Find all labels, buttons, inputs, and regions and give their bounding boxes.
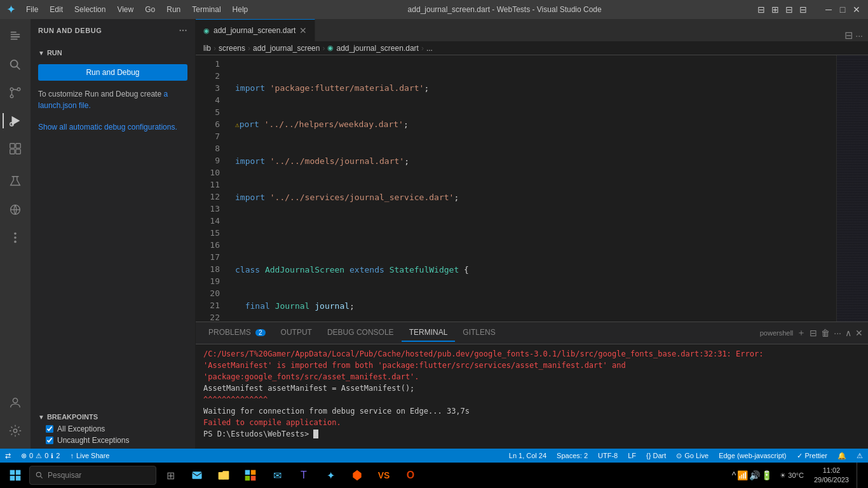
- launch-json-link[interactable]: a launch.json file.: [38, 90, 168, 110]
- menu-terminal[interactable]: Terminal: [187, 4, 226, 15]
- activity-test[interactable]: [3, 169, 28, 194]
- terminal-content[interactable]: /C:/Users/T%20Gamer/AppData/Local/Pub/Ca…: [196, 344, 868, 449]
- activity-run-debug[interactable]: [3, 108, 28, 133]
- tab-add-journal-screen[interactable]: ◉ add_journal_screen.dart ✕: [196, 19, 315, 41]
- status-encoding[interactable]: UTF-8: [593, 449, 623, 463]
- panel-close-icon[interactable]: ✕: [855, 328, 863, 338]
- taskbar-start-button[interactable]: [3, 463, 28, 488]
- run-section-header[interactable]: ▼ RUN: [31, 46, 195, 59]
- layout-icon3[interactable]: ⊟: [784, 4, 794, 15]
- taskbar-app-brave[interactable]: [344, 463, 370, 488]
- taskbar-clock[interactable]: 11:02 29/06/2023: [809, 466, 854, 485]
- status-eol[interactable]: LF: [623, 449, 641, 463]
- breadcrumb-lib[interactable]: lib: [203, 44, 211, 53]
- status-position[interactable]: Ln 1, Col 24: [504, 449, 552, 463]
- tab-split-icon[interactable]: ⊟: [844, 29, 853, 41]
- run-debug-button[interactable]: Run and Debug: [38, 64, 187, 81]
- taskbar-search-bar[interactable]: Pesquisar: [29, 466, 156, 485]
- taskbar-app-teams[interactable]: T: [291, 463, 316, 488]
- breakpoints-header[interactable]: ▼ BREAKPOINTS: [31, 410, 195, 423]
- window-title: add_journal_screen.dart - WebTests - Vis…: [253, 5, 756, 14]
- bp-uncaught-exceptions-checkbox[interactable]: [46, 437, 53, 444]
- panel-tab-gitlens[interactable]: GITLENS: [455, 324, 503, 342]
- taskbar-app-mail2[interactable]: ✉: [264, 463, 290, 488]
- show-debug-configs-link[interactable]: Show all automatic debug configurations.: [38, 123, 177, 132]
- code-content[interactable]: import 'package:flutter/material.dart'; …: [227, 55, 836, 322]
- code-line-1: import 'package:flutter/material.dart';: [227, 82, 836, 94]
- close-button[interactable]: ✕: [851, 4, 862, 15]
- code-editor[interactable]: 12345 678910 1112131415 1617181920 21222…: [196, 55, 868, 322]
- browser-label: Edge (web-javascript): [719, 452, 786, 459]
- panel-more-icon[interactable]: ···: [834, 328, 841, 338]
- menu-run[interactable]: Run: [161, 4, 186, 15]
- menu-file[interactable]: File: [21, 4, 43, 15]
- code-line-4: import '../../services/journal_service.d…: [227, 191, 836, 203]
- status-live-share[interactable]: ↑ Live Share: [65, 449, 114, 463]
- activity-settings[interactable]: [3, 418, 28, 444]
- status-language[interactable]: {} Dart: [641, 449, 671, 463]
- svg-rect-25: [16, 476, 21, 481]
- status-browser[interactable]: Edge (web-javascript): [714, 449, 791, 463]
- activity-extra[interactable]: [3, 225, 28, 250]
- breadcrumb-screens[interactable]: screens: [219, 44, 245, 53]
- menu-edit[interactable]: Edit: [44, 4, 68, 15]
- menu-selection[interactable]: Selection: [69, 4, 111, 15]
- taskbar-app-vs[interactable]: VS: [371, 463, 397, 488]
- taskbar-notification-area[interactable]: ^ 📶 🔊 🔋: [729, 463, 775, 488]
- panel-tab-problems-label: PROBLEMS: [208, 328, 251, 337]
- breadcrumb-file[interactable]: add_journal_screen.dart: [336, 44, 418, 53]
- taskbar-app-mail[interactable]: [184, 463, 210, 488]
- taskbar-weather[interactable]: ☀ 30°C: [777, 463, 806, 488]
- status-warning[interactable]: ⚠: [851, 449, 868, 463]
- breadcrumb-add-journal-screen[interactable]: add_journal_screen: [253, 44, 320, 53]
- status-prettier[interactable]: ✓ Prettier: [792, 449, 832, 463]
- terminal-split-icon[interactable]: ⊟: [810, 328, 817, 338]
- term-line-5: ^^^^^^^^^^^^^^: [203, 394, 860, 405]
- layout-icon[interactable]: ⊟: [756, 4, 766, 15]
- statusbar-left: ⇄ ⊗ 0 ⚠ 0 ℹ 2 ↑ Live Share: [0, 449, 114, 463]
- status-spaces[interactable]: Spaces: 2: [552, 449, 593, 463]
- taskbar-app-office[interactable]: O: [398, 463, 423, 488]
- breadcrumb-more[interactable]: ...: [426, 44, 433, 53]
- panel-tab-debug-console[interactable]: DEBUG CONSOLE: [320, 324, 402, 342]
- activity-search[interactable]: [3, 52, 28, 78]
- activity-remote[interactable]: [3, 197, 28, 222]
- activity-extensions[interactable]: [3, 136, 28, 161]
- activity-source-control[interactable]: [3, 80, 28, 105]
- maximize-button[interactable]: □: [837, 4, 848, 15]
- panel-tab-output[interactable]: OUTPUT: [273, 324, 320, 342]
- panel-tab-terminal[interactable]: TERMINAL: [402, 324, 456, 342]
- panel-maximize-icon[interactable]: ∧: [845, 328, 851, 338]
- status-remote[interactable]: ⇄: [0, 449, 16, 463]
- tab-more-icon[interactable]: ···: [855, 30, 863, 41]
- menu-go[interactable]: Go: [140, 4, 160, 15]
- panel-tab-gitlens-label: GITLENS: [463, 328, 495, 337]
- taskbar-app-vscode[interactable]: ✦: [318, 463, 343, 488]
- minimize-button[interactable]: ─: [824, 4, 834, 15]
- panel-tab-debug-console-label: DEBUG CONSOLE: [327, 328, 394, 337]
- status-errors[interactable]: ⊗ 0 ⚠ 0 ℹ 2: [16, 449, 65, 463]
- taskbar-show-desktop[interactable]: [857, 463, 860, 488]
- taskbar-app-store[interactable]: [238, 463, 263, 488]
- terminal-kill-icon[interactable]: 🗑: [821, 328, 830, 338]
- tab-dart-icon: ◉: [203, 27, 210, 35]
- tab-close-icon[interactable]: ✕: [299, 25, 307, 36]
- sidebar: RUN AND DEBUG ··· ▼ RUN Run and Debug To…: [31, 19, 196, 449]
- taskbar-app-explorer[interactable]: [211, 463, 236, 488]
- menu-view[interactable]: View: [112, 4, 139, 15]
- line-numbers: 12345 678910 1112131415 1617181920 21222…: [196, 55, 227, 322]
- activity-accounts[interactable]: [3, 390, 28, 416]
- sidebar-more-icon[interactable]: ···: [179, 25, 187, 36]
- taskbar-app-view[interactable]: ⊞: [158, 463, 183, 488]
- layout-icon4[interactable]: ⊟: [798, 4, 808, 15]
- layout-icon2[interactable]: ⊞: [770, 4, 780, 15]
- menu-help[interactable]: Help: [227, 4, 254, 15]
- panel-tab-problems[interactable]: PROBLEMS 2: [201, 324, 273, 342]
- taskbar-search-placeholder: Pesquisar: [48, 471, 81, 480]
- activity-explorer[interactable]: [3, 24, 28, 50]
- status-go-live[interactable]: ⊙ Go Live: [671, 449, 714, 463]
- terminal-new-icon[interactable]: ＋: [797, 327, 806, 339]
- bp-all-exceptions-checkbox[interactable]: [46, 425, 53, 433]
- status-notifications[interactable]: 🔔: [832, 449, 851, 463]
- svg-line-27: [40, 476, 42, 478]
